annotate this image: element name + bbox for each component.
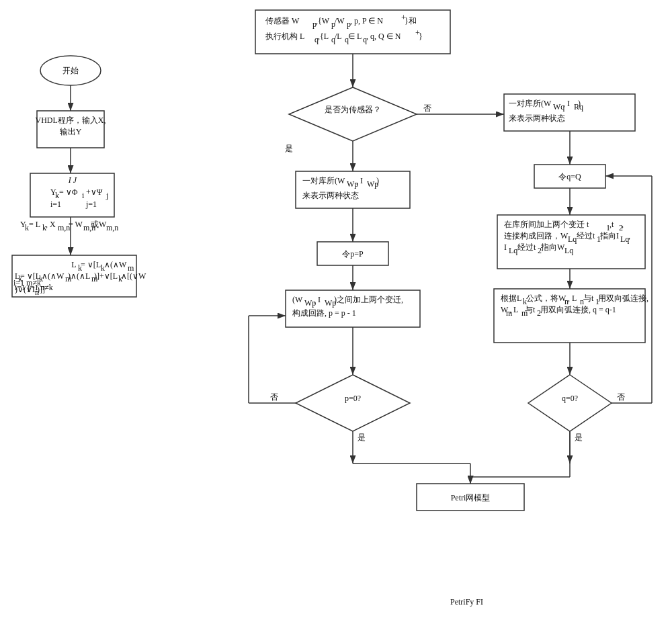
- transition-lq4: Lq: [564, 246, 573, 255]
- left-pair-comma: , I: [356, 176, 363, 185]
- sensor-diamond-text: 是否为传感器？: [325, 105, 381, 114]
- wpair-text2: , I: [314, 295, 321, 304]
- right-pair-text1: 一对库所(W: [509, 99, 552, 108]
- wpair-text1: (W: [292, 295, 303, 304]
- sensor-text2-e: , q, Q ∈ N: [366, 32, 401, 41]
- lk-formula-text2: 公式，将W: [526, 294, 566, 303]
- transition-text5: ,: [628, 231, 630, 240]
- watermark: PetriFy FI: [450, 597, 483, 607]
- lk-formula-text4: 与t: [583, 294, 594, 303]
- transition-lq: Lq: [568, 234, 577, 244]
- wpair-text3: )之间加上两个变迁,: [334, 295, 403, 304]
- formula2-full-r3: )]+∨[L: [94, 271, 118, 281]
- formula1-label-eq: = L: [29, 220, 40, 229]
- right-pair-text2: 来表示两种状态: [509, 114, 565, 123]
- no-label-qzero: 否: [617, 392, 625, 402]
- formula2-rest: ∧(∧W: [104, 260, 127, 269]
- qzero-text: q=0?: [562, 394, 578, 403]
- wpair-text4: 构成回路, p = p - 1: [292, 308, 356, 318]
- formula1-i: I J: [68, 175, 77, 185]
- lk-formula-text8: 与t: [525, 305, 536, 314]
- sensor-text2-d: ∈ L: [348, 32, 362, 41]
- formula1-plus: +∨Ψ: [86, 187, 103, 197]
- yes-label-sensor: 是: [285, 144, 293, 153]
- sensor-text1: 传感器 W: [265, 16, 300, 26]
- formula1-label-rest: , X: [46, 220, 56, 229]
- right-pair-comma: , I: [563, 99, 570, 108]
- formula1-j: j: [106, 191, 108, 200]
- sensor-text2-b: ,{L: [318, 32, 329, 41]
- transition-text1: 在库所间加上两个变迁 t: [504, 220, 589, 229]
- lk-formula-text9: 用双向弧连接, q = q-1: [540, 305, 616, 314]
- transition-text2: 连接构成回路，W: [504, 231, 569, 240]
- lk-formula-text3: , L: [568, 294, 577, 303]
- pzero-text: p=0?: [345, 394, 361, 403]
- formula2-eq: = ∨[L: [81, 260, 101, 269]
- qeq-text: 令q=Q: [558, 172, 581, 181]
- formula2-line3b: )∨(∨L: [15, 285, 37, 294]
- sensor-text1-e: }和: [405, 16, 417, 26]
- transition-text7: 经过t: [517, 242, 536, 252]
- no-label-pzero: 否: [270, 392, 278, 402]
- formula2-full-r4: ∧[(∨W: [121, 271, 146, 281]
- formula2-full-r2: )∧(∧L: [68, 271, 90, 281]
- lk-formula-text5: 用双向弧连接,: [598, 294, 648, 303]
- formula1-i3: i=1: [50, 200, 61, 209]
- sensor-text2-f: }: [419, 32, 423, 41]
- formula1-j3: j=1: [85, 200, 97, 209]
- transition-lq3: Lq: [509, 246, 517, 255]
- yes-label-pzero: 是: [358, 433, 366, 442]
- sensor-text2-c: /L: [335, 32, 342, 41]
- sensor-text1-b: ,{W: [316, 16, 330, 26]
- lk-formula-text1: 根据L: [501, 294, 521, 303]
- left-pair-close: ): [376, 176, 379, 185]
- no-label-1: 否: [423, 103, 431, 113]
- start-label: 开始: [62, 66, 79, 75]
- formula1-label-or: 或W: [91, 220, 107, 229]
- yes-label-qzero: 是: [575, 433, 583, 442]
- left-pair-text2: 来表示两种状态: [302, 191, 359, 200]
- flowchart-container: 开始 VHDL程序，输入X, 输出Y I J Y k = ∨Φ i +∨Ψ j …: [0, 0, 672, 618]
- formula2-line3-close: )]]: [37, 285, 45, 294]
- formula2-full-eq: = ∨[L: [20, 271, 40, 281]
- lk-formula-text7: , L: [509, 305, 518, 314]
- transition-text6: I: [504, 242, 507, 252]
- formula2-full-rest: ∧(∧W: [42, 271, 65, 281]
- transition-text3: 经过t: [577, 231, 595, 240]
- sensor-text2: 执行机构 L: [265, 32, 304, 41]
- vhdl-text2: 输出Y: [60, 127, 82, 136]
- vhdl-text1: VHDL程序，输入X,: [36, 116, 106, 125]
- peq-text: 令p=P: [342, 249, 364, 259]
- pzero-diamond: [296, 375, 410, 431]
- qzero-diamond: [528, 375, 612, 431]
- transition-text8: 指向W: [540, 242, 565, 252]
- sensor-diamond: [289, 87, 417, 141]
- transition-text4: 指向I: [599, 231, 619, 240]
- sensor-text1-d: , p, P ∈ N: [350, 16, 383, 26]
- petri-text: Petri网模型: [451, 493, 491, 502]
- formula1-eq: = ∨Φ: [59, 187, 78, 197]
- right-pair-close: ): [578, 99, 581, 108]
- transition-comma2: ,: [622, 220, 624, 229]
- transition-comma: ,t: [610, 220, 614, 229]
- formula1-label-mn3: m,n: [106, 223, 118, 232]
- left-pair-text1: 一对库所(W: [302, 176, 345, 185]
- sensor-text1-c: /W: [335, 16, 345, 26]
- formula2-text1: L: [71, 260, 76, 269]
